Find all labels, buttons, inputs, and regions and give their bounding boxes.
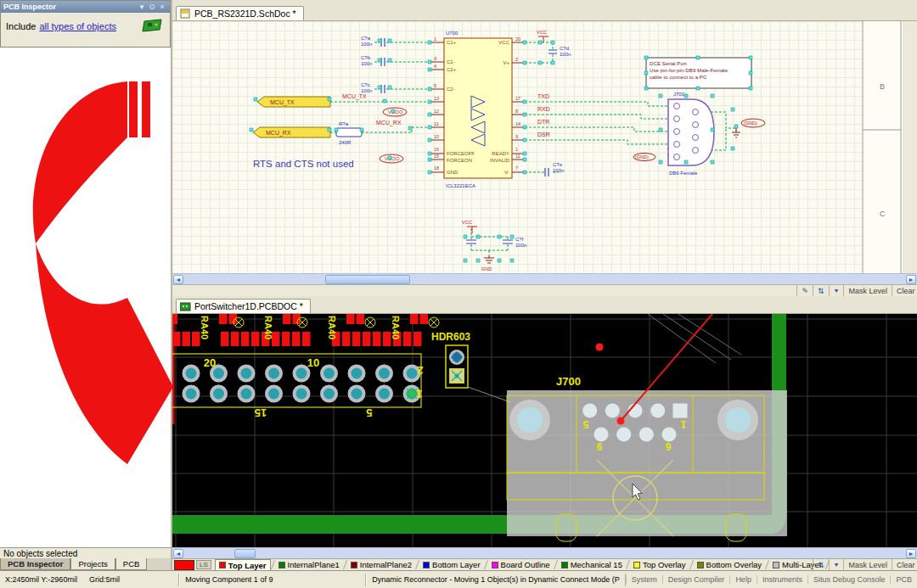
layer-tab-bar: LS Top Layer InternalPlane1 InternalPlan… xyxy=(172,558,917,570)
layer-tab-mechanical15[interactable]: Mechanical 15 xyxy=(558,559,626,570)
layer-tab-top-overlay[interactable]: Top Overlay xyxy=(630,559,689,570)
pin-number: 1 xyxy=(434,36,436,42)
mask-level-button[interactable]: Mask Level xyxy=(843,285,892,296)
resistor-ref: R?a xyxy=(339,121,349,126)
j700-label: J700 xyxy=(556,375,581,388)
pcb-canvas[interactable]: RA40 RA40 RA40 RA40 xyxy=(172,314,917,547)
vcc-label: VCC xyxy=(462,220,472,225)
sort-icon[interactable]: ⇅ xyxy=(813,285,829,296)
cap-value: 100n xyxy=(515,243,526,248)
scroll-left-icon[interactable]: ◄ xyxy=(173,549,183,558)
layer-color-icon xyxy=(697,562,704,568)
layer-color-icon xyxy=(219,562,226,568)
pad-number: 1 xyxy=(416,388,422,400)
red-arrow-graphic xyxy=(0,48,178,547)
sch-port-rx[interactable]: MCU_RX xyxy=(253,127,330,137)
pin-number: 2 xyxy=(515,57,518,62)
layer-tab-top-layer[interactable]: Top Layer xyxy=(215,559,271,571)
layer-sets-button[interactable]: LS xyxy=(196,560,211,569)
sch-canvas[interactable]: B C U700 xyxy=(172,21,917,273)
tab-pcb[interactable]: PCB xyxy=(115,558,148,570)
clear-button[interactable]: Clear xyxy=(892,285,917,296)
cap-value: 100n xyxy=(361,88,372,93)
scroll-right-icon[interactable]: ► xyxy=(906,275,916,284)
sch-bottom-bar: ✎ ⇅ ▼ Mask Level Clear xyxy=(172,284,917,296)
panel-titlebar[interactable]: PCB Inspector ▾ ⊙ × xyxy=(1,1,170,13)
schdoc-icon xyxy=(180,8,191,19)
schematic-pane: PCB_RS2321D.SchDoc * B C xyxy=(172,0,917,296)
hdr603-footprint[interactable]: HDR603 xyxy=(431,331,510,402)
pcb-scroll-thumb[interactable] xyxy=(234,549,256,558)
filter-icon[interactable]: ▼ xyxy=(829,285,844,296)
panel-menu-instruments[interactable]: Instruments xyxy=(757,575,807,584)
pad-number: 2 xyxy=(417,364,423,377)
layer-color-icon xyxy=(351,562,357,568)
panel-menu-system[interactable]: System xyxy=(626,575,662,584)
pcb-hscrollbar[interactable]: ◄ ► xyxy=(172,547,917,558)
ra-label: RA40 xyxy=(200,316,210,339)
layer-tab-bottom-layer[interactable]: Bottom Layer xyxy=(419,559,484,570)
sch-resistor[interactable]: R?a 240R xyxy=(336,121,362,145)
pin-number: 17 xyxy=(515,96,520,101)
pcb-board-icon xyxy=(139,18,165,35)
panel-menu-pcb[interactable]: PCB xyxy=(890,575,917,584)
panel-menu-situs-debug[interactable]: Situs Debug Console xyxy=(807,575,891,584)
pin-number: 12 xyxy=(434,109,439,114)
mask-level-button[interactable]: Mask Level xyxy=(843,559,892,570)
sch-note-box[interactable]: DCE Serial Port Use pin-for-pin DB9 Male… xyxy=(646,58,751,88)
pad-number: 5 xyxy=(366,406,372,419)
arrow-stripe xyxy=(142,81,150,137)
j700-pin-number: 5 xyxy=(582,418,588,430)
sch-scroll-thumb[interactable] xyxy=(325,275,410,284)
pin-name: FORCEOFF xyxy=(447,151,475,156)
scroll-right-icon[interactable]: ► xyxy=(906,549,916,558)
pad-number: 10 xyxy=(307,356,319,369)
note-line: Use pin-for-pin DB9 Male-Female xyxy=(650,67,729,73)
panel-menu-help[interactable]: Help xyxy=(729,575,757,584)
layer-color-icon xyxy=(423,562,430,568)
scroll-left-icon[interactable]: ◄ xyxy=(173,275,183,284)
layer-color-icon xyxy=(773,562,779,568)
layer-tab-board-outline[interactable]: Board Outline xyxy=(488,559,554,570)
panel-close-icon[interactable]: × xyxy=(157,3,167,11)
current-layer-swatch[interactable] xyxy=(174,560,194,570)
cap-ref: C?d xyxy=(560,46,569,51)
status-bar: X:2450mil Y:-2960mil Grid:5mil Moving Co… xyxy=(0,570,917,588)
sch-db9-connector[interactable]: J700 DB9 Female xyxy=(668,92,714,176)
filter-icon[interactable]: ▼ xyxy=(829,559,844,570)
zone-letter: C xyxy=(880,210,886,218)
vccio-label: VCCIO xyxy=(385,156,400,161)
net-label: MCU_RX xyxy=(376,120,402,126)
pin-name: GND xyxy=(447,170,458,175)
sort-icon[interactable]: ⇅ xyxy=(813,559,829,570)
panel-dropdown-icon[interactable]: ▾ xyxy=(137,3,147,11)
grid-setting: Grid:5mil xyxy=(89,575,120,584)
layer-tab-bottom-overlay[interactable]: Bottom Overlay xyxy=(694,559,765,570)
pin-name: C1+ xyxy=(447,40,457,45)
j700-pin-number: 1 xyxy=(680,418,686,430)
pin-number: 1 xyxy=(515,147,518,152)
sch-ic-rs232-transceiver[interactable]: U700 ICL3221ECA C1+ C1- C2+ C2- FORCEOFF… xyxy=(431,31,525,188)
header-connector-2x10[interactable]: 20 10 15 5 2 1 xyxy=(172,354,424,419)
layer-tab-internalplane1[interactable]: InternalPlane1 xyxy=(275,559,343,570)
pin-number: 11 xyxy=(434,121,439,126)
include-objects-link[interactable]: all types of objects xyxy=(39,21,116,31)
pad-number: 20 xyxy=(204,356,216,369)
tab-schdoc[interactable]: PCB_RS2321D.SchDoc * xyxy=(176,6,304,20)
edit-icon[interactable]: ✎ xyxy=(796,285,813,296)
sch-annotation[interactable]: RTS and CTS not used xyxy=(253,159,354,169)
clear-button[interactable]: Clear xyxy=(892,559,917,570)
tab-pcb-inspector[interactable]: PCB Inspector xyxy=(0,558,70,570)
layer-tab-internalplane2[interactable]: InternalPlane2 xyxy=(347,559,415,570)
mode-status: Dynamic Reconnector - Moving 1 Object(s)… xyxy=(372,575,620,584)
panel-pin-icon[interactable]: ⊙ xyxy=(147,3,157,11)
tab-pcbdoc[interactable]: PortSwitcher1D.PCBDOC * xyxy=(176,299,311,313)
pin-number: 13 xyxy=(434,96,439,101)
sch-hscrollbar[interactable]: ◄ ► xyxy=(172,273,917,284)
sch-port-tx[interactable]: MCU_TX xyxy=(257,97,330,107)
panel-menu-design-compiler[interactable]: Design Compiler xyxy=(662,575,730,584)
cursor-coordinates: X:2450mil Y:-2960mil xyxy=(5,575,77,584)
net-label: MCU_TX xyxy=(342,93,367,100)
tab-projects[interactable]: Projects xyxy=(70,558,115,570)
pcb-pane: PortSwitcher1D.PCBDOC * xyxy=(172,296,917,570)
